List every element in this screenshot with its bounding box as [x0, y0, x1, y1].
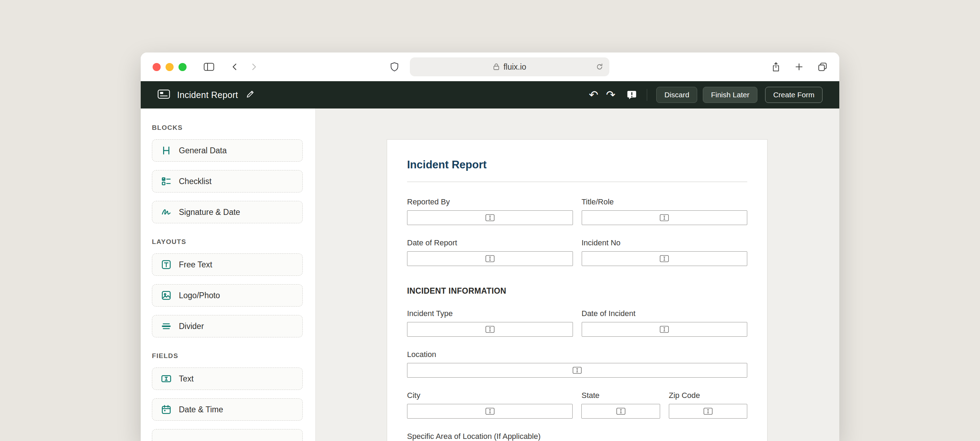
sidebar-item-label: Checklist — [179, 177, 212, 186]
checklist-icon — [161, 176, 172, 187]
undo-redo-group: ↶ ↷ — [587, 89, 618, 100]
state-input[interactable] — [581, 404, 660, 419]
sidebar-item-label: Signature & Date — [179, 207, 240, 217]
sidebar-item-label: Date & Time — [179, 405, 223, 414]
sidebar-item-general-data[interactable]: General Data — [152, 139, 303, 162]
section-header-incident-information: INCIDENT INFORMATION — [407, 286, 747, 296]
app-header: Incident Report ↶ ↷ — [141, 81, 839, 108]
divider-icon — [161, 321, 172, 332]
undo-icon[interactable]: ↶ — [587, 89, 601, 100]
redo-icon[interactable]: ↷ — [604, 89, 617, 100]
content: BLOCKS General Data — [141, 108, 839, 441]
traffic-lights — [153, 63, 186, 71]
title-divider — [407, 181, 747, 182]
feedback-icon[interactable] — [627, 89, 637, 100]
header-divider — [647, 89, 647, 101]
field-label-date-of-incident: Date of Incident — [582, 309, 748, 318]
field-label-zip-code: Zip Code — [669, 391, 747, 400]
sidebar-item-free-text[interactable]: Free Text — [152, 253, 303, 276]
field-label-reported-by: Reported By — [407, 197, 573, 207]
create-form-button[interactable]: Create Form — [765, 87, 822, 103]
tab-overview-icon[interactable] — [818, 62, 827, 72]
form-title: Incident Report — [407, 159, 747, 171]
browser-sidebar-toggle-icon[interactable] — [204, 62, 215, 72]
date-of-report-input[interactable] — [407, 251, 573, 266]
sidebar-item-label: General Data — [179, 146, 227, 155]
page: fluix.io — [0, 0, 980, 441]
field-label-title-role: Title/Role — [582, 197, 748, 207]
field-label-incident-no: Incident No — [582, 238, 748, 247]
form-card: Incident Report Reported By — [387, 139, 768, 441]
sidebar-item-text[interactable]: Text — [152, 368, 303, 390]
photo-icon — [161, 290, 172, 301]
header-actions: ↶ ↷ Discard Finish Later Create Form — [587, 87, 822, 103]
discard-button[interactable]: Discard — [656, 87, 697, 103]
forward-icon[interactable] — [250, 63, 258, 71]
browser-window: fluix.io — [141, 53, 839, 441]
new-tab-icon[interactable] — [794, 62, 803, 72]
reported-by-input[interactable] — [407, 210, 573, 225]
text-cursor-icon — [616, 408, 625, 415]
section-label-blocks: BLOCKS — [152, 124, 303, 132]
close-window-button[interactable] — [153, 63, 161, 71]
text-cursor-icon — [485, 214, 495, 221]
heading-icon — [161, 145, 172, 156]
text-cursor-icon — [573, 367, 582, 374]
share-icon[interactable] — [772, 62, 781, 72]
section-label-fields: FIELDS — [152, 352, 303, 360]
location-input[interactable] — [407, 363, 747, 378]
finish-later-button[interactable]: Finish Later — [703, 87, 757, 103]
sidebar-item-label: Logo/Photo — [179, 291, 220, 300]
sidebar-item-logo-photo[interactable]: Logo/Photo — [152, 284, 303, 307]
city-input[interactable] — [407, 404, 573, 419]
text-cursor-icon — [485, 326, 495, 333]
sidebar-item-divider[interactable]: Divider — [152, 315, 303, 338]
field-label-state: State — [581, 391, 660, 400]
sidebar-item-label: Text — [179, 374, 194, 384]
signature-icon — [161, 207, 172, 218]
field-label-incident-type: Incident Type — [407, 309, 573, 318]
incident-type-input[interactable] — [407, 322, 573, 337]
form-document-icon — [158, 89, 170, 100]
back-icon[interactable] — [231, 63, 239, 71]
browser-toolbar: fluix.io — [141, 53, 839, 81]
text-cursor-icon — [485, 255, 495, 262]
sidebar-item-date-time[interactable]: Date & Time — [152, 398, 303, 421]
sidebar-item-signature-date[interactable]: Signature & Date — [152, 201, 303, 223]
field-label-city: City — [407, 391, 573, 400]
free-text-icon — [161, 259, 172, 270]
form-row: Specific Area of Location (If Applicable… — [407, 432, 747, 441]
field-label-specific-area: Specific Area of Location (If Applicable… — [407, 432, 747, 441]
blocks-sidebar: BLOCKS General Data — [141, 108, 316, 441]
text-field-icon — [161, 373, 172, 384]
form-row: Date of Report Incident No — [407, 238, 747, 266]
address-bar[interactable]: fluix.io — [410, 57, 609, 76]
text-cursor-icon — [660, 214, 669, 221]
field-label-date-of-report: Date of Report — [407, 238, 573, 247]
form-row: Reported By Title/Role — [407, 197, 747, 225]
minimize-window-button[interactable] — [165, 63, 173, 71]
privacy-shield-icon[interactable] — [390, 62, 399, 72]
sidebar-item-partial[interactable] — [152, 429, 303, 441]
sidebar-item-checklist[interactable]: Checklist — [152, 170, 303, 193]
field-label-location: Location — [407, 350, 747, 359]
text-cursor-icon — [485, 408, 495, 415]
section-label-layouts: LAYOUTS — [152, 238, 303, 246]
form-row: Incident Type Date of Incident — [407, 309, 747, 337]
form-row: Location — [407, 350, 747, 378]
text-cursor-icon — [660, 326, 669, 333]
zip-code-input[interactable] — [669, 404, 747, 419]
text-cursor-icon — [703, 408, 713, 415]
reload-icon[interactable] — [595, 63, 604, 71]
form-canvas: Incident Report Reported By — [316, 108, 839, 441]
calendar-icon — [161, 404, 172, 415]
date-of-incident-input[interactable] — [582, 322, 748, 337]
sidebar-item-label: Divider — [179, 322, 204, 331]
incident-no-input[interactable] — [582, 251, 748, 266]
form-row: City State — [407, 391, 747, 419]
edit-title-icon[interactable] — [246, 89, 255, 100]
title-role-input[interactable] — [582, 210, 748, 225]
sidebar-item-label: Free Text — [179, 260, 212, 269]
zoom-window-button[interactable] — [178, 63, 186, 71]
document-title: Incident Report — [177, 90, 238, 100]
